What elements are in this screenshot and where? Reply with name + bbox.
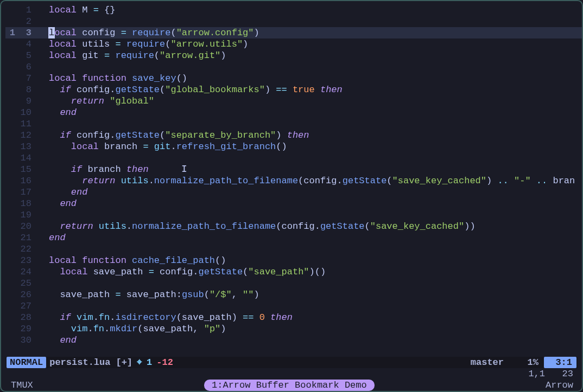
gutter-absolute: 27 [16, 300, 33, 312]
gutter-absolute: 4 [16, 38, 33, 50]
statusline: NORMAL persist.lua [+] ⌖ 1 -12 master 1%… [5, 357, 578, 368]
tmux-right: Arrow [546, 380, 578, 391]
gutter-relative [5, 209, 16, 221]
code-line[interactable]: 14 [5, 152, 582, 164]
code-content[interactable]: if config.getState("separate_by_branch")… [49, 130, 582, 141]
tmux-session[interactable]: TMUX [5, 380, 33, 391]
code-content[interactable]: end [49, 198, 582, 209]
code-content[interactable]: if vim.fn.isdirectory(save_path) == 0 th… [49, 312, 582, 323]
code-content[interactable]: local save_path = config.getState("save_… [49, 266, 582, 278]
code-line[interactable]: 22 [5, 243, 582, 255]
code-content[interactable]: local utils = require("arrow.utils") [49, 38, 582, 50]
code-content[interactable]: if config.getState("global_bookmarks") =… [49, 84, 582, 95]
gutter-relative: 1 [5, 27, 16, 38]
code-line[interactable]: 20 return utils.normalize_path_to_filena… [5, 221, 582, 232]
code-line[interactable]: 18 end [5, 198, 582, 209]
gutter-absolute: 25 [16, 278, 33, 289]
terminal-window: 1local M = {}213local config = require("… [0, 0, 583, 392]
code-line[interactable]: 15 if branch then [5, 164, 582, 175]
code-content[interactable]: end [49, 335, 582, 346]
gutter-relative [5, 323, 16, 335]
gutter-relative [5, 130, 16, 141]
code-content[interactable]: save_path = save_path:gsub("/$", "") [49, 289, 582, 300]
code-line[interactable]: 19 [5, 209, 582, 221]
gutter-relative [5, 61, 16, 73]
ruler-line: 1,1 23 [5, 368, 578, 380]
code-content[interactable] [49, 300, 582, 312]
gutter-absolute: 10 [16, 107, 33, 118]
code-line[interactable]: 27 [5, 300, 582, 312]
code-line[interactable]: 29 vim.fn.mkdir(save_path, "p") [5, 323, 582, 335]
code-content[interactable]: return "global" [49, 95, 582, 107]
gutter-relative [5, 300, 16, 312]
code-content[interactable] [49, 16, 582, 27]
code-content[interactable]: vim.fn.mkdir(save_path, "p") [49, 323, 582, 335]
gutter-absolute: 9 [16, 95, 33, 107]
code-content[interactable]: end [49, 107, 582, 118]
code-line[interactable]: 30 end [5, 335, 582, 346]
gutter-absolute: 19 [16, 209, 33, 221]
code-line[interactable]: 11 [5, 118, 582, 130]
code-line[interactable]: 26 save_path = save_path:gsub("/$", "") [5, 289, 582, 300]
code-line[interactable]: 12 if config.getState("separate_by_branc… [5, 130, 582, 141]
gutter-absolute: 8 [16, 84, 33, 95]
gutter-absolute: 7 [16, 73, 33, 84]
code-editor[interactable]: 1local M = {}213local config = require("… [5, 4, 582, 356]
gutter-relative [5, 118, 16, 130]
code-content[interactable]: end [49, 187, 582, 198]
gutter-absolute: 15 [16, 164, 33, 175]
gutter-relative [5, 38, 16, 50]
gutter-relative [5, 187, 16, 198]
git-branch-name: master [471, 357, 504, 368]
code-line[interactable]: 1local M = {} [5, 4, 582, 16]
gutter-relative [5, 141, 16, 152]
code-content[interactable] [49, 278, 582, 289]
gutter-absolute: 24 [16, 266, 33, 278]
code-line[interactable]: 8 if config.getState("global_bookmarks")… [5, 84, 582, 95]
code-line[interactable]: 5local git = require("arrow.git") [5, 50, 582, 61]
gutter-absolute: 18 [16, 198, 33, 209]
target-icon: ⌖ [137, 357, 142, 368]
code-content[interactable] [49, 243, 582, 255]
code-line[interactable]: 6 [5, 61, 582, 73]
code-content[interactable]: end [49, 232, 582, 243]
code-line[interactable]: 21end [5, 232, 582, 243]
gutter-absolute: 5 [16, 50, 33, 61]
code-content[interactable]: local git = require("arrow.git") [49, 50, 582, 61]
code-content[interactable]: return utils.normalize_path_to_filename(… [49, 221, 582, 232]
code-content[interactable]: if branch then [49, 164, 582, 175]
code-line[interactable]: 7local function save_key() [5, 73, 582, 84]
gutter-absolute: 1 [16, 4, 33, 16]
gutter-absolute: 11 [16, 118, 33, 130]
tmux-window-tab[interactable]: 1:Arrow Buffer Bookmark Demo [204, 380, 375, 391]
code-line[interactable]: 13local config = require("arrow.config") [5, 27, 582, 38]
code-content[interactable]: local function save_key() [49, 73, 582, 84]
diagnostic-count: -12 [156, 357, 173, 368]
code-content[interactable] [49, 209, 582, 221]
code-content[interactable]: local branch = git.refresh_git_branch() [49, 141, 582, 152]
code-line[interactable]: 4local utils = require("arrow.utils") [5, 38, 582, 50]
mouse-ibeam-cursor: I [181, 164, 187, 175]
code-line[interactable]: 17 end [5, 187, 582, 198]
code-line[interactable]: 23local function cache_file_path() [5, 255, 582, 266]
code-content[interactable]: local config = require("arrow.config") [49, 27, 582, 38]
code-content[interactable] [49, 118, 582, 130]
code-content[interactable]: local M = {} [49, 4, 582, 16]
code-content[interactable]: local function cache_file_path() [49, 255, 582, 266]
code-line[interactable]: 25 [5, 278, 582, 289]
code-line[interactable]: 10 end [5, 107, 582, 118]
code-line[interactable]: 9 return "global" [5, 95, 582, 107]
ruler-pos: 1,1 [496, 368, 545, 380]
code-line[interactable]: 16 return utils.normalize_path_to_filena… [5, 175, 582, 187]
gutter-relative [5, 266, 16, 278]
code-content[interactable] [49, 152, 582, 164]
code-line[interactable]: 13 local branch = git.refresh_git_branch… [5, 141, 582, 152]
code-line[interactable]: 2 [5, 16, 582, 27]
mode-indicator: NORMAL [7, 357, 46, 368]
code-line[interactable]: 24 local save_path = config.getState("sa… [5, 266, 582, 278]
code-line[interactable]: 28 if vim.fn.isdirectory(save_path) == 0… [5, 312, 582, 323]
code-content[interactable]: return utils.normalize_path_to_filename(… [49, 175, 582, 187]
target-count: 1 [147, 357, 152, 368]
code-content[interactable] [49, 61, 582, 73]
filename: persist.lua [49, 357, 110, 368]
